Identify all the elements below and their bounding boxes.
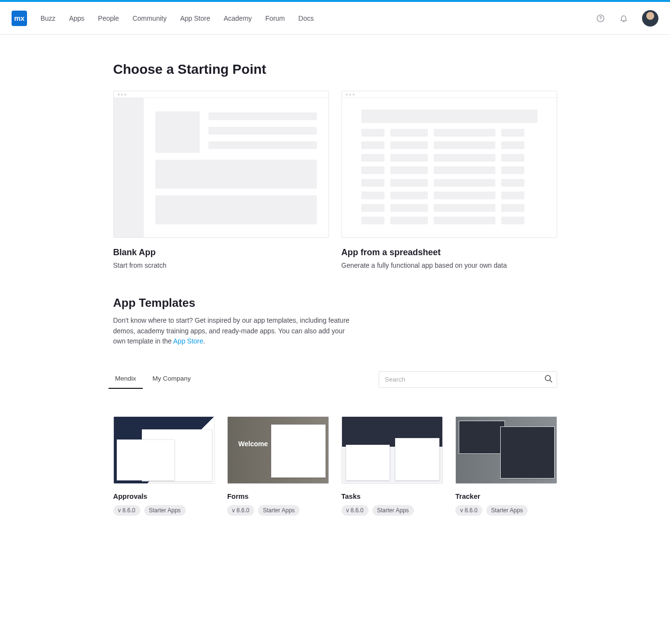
template-category-pill[interactable]: Starter Apps (144, 505, 186, 516)
notifications-icon[interactable] (619, 14, 629, 23)
template-title: Tracker (455, 493, 557, 500)
template-title: Forms (227, 493, 329, 500)
template-tabs: Mendix My Company (113, 370, 193, 389)
template-card-approvals[interactable]: Approvals v 8.6.0 Starter Apps (113, 416, 215, 516)
template-category-pill[interactable]: Starter Apps (486, 505, 528, 516)
template-version-pill[interactable]: v 8.6.0 (113, 505, 140, 516)
nav-academy[interactable]: Academy (224, 14, 252, 22)
app-store-link[interactable]: App Store (173, 337, 203, 345)
nav-community[interactable]: Community (133, 14, 167, 22)
template-version-pill[interactable]: v 8.6.0 (342, 505, 369, 516)
nav-buzz[interactable]: Buzz (41, 14, 55, 22)
main-nav: Buzz Apps People Community App Store Aca… (41, 14, 314, 22)
search-icon[interactable] (544, 374, 553, 385)
template-thumbnail (227, 416, 329, 484)
template-thumbnail (113, 416, 215, 484)
blank-app-preview (113, 91, 329, 238)
templates-section-title: App Templates (113, 296, 557, 310)
nav-forum[interactable]: Forum (265, 14, 285, 22)
nav-people[interactable]: People (98, 14, 119, 22)
spreadsheet-app-title: App from a spreadsheet (342, 247, 557, 258)
nav-apps[interactable]: Apps (69, 14, 84, 22)
svg-point-2 (545, 375, 550, 381)
tab-my-company[interactable]: My Company (150, 370, 193, 389)
nav-app-store[interactable]: App Store (180, 14, 210, 22)
help-icon[interactable] (596, 14, 605, 23)
template-category-pill[interactable]: Starter Apps (258, 505, 300, 516)
templates-desc-pre: Don't know where to start? Get inspired … (113, 316, 350, 345)
search-input[interactable] (379, 371, 557, 388)
template-title: Approvals (113, 493, 215, 500)
template-search (379, 371, 557, 388)
spreadsheet-app-subtitle: Generate a fully functional app based on… (342, 261, 557, 269)
template-category-pill[interactable]: Starter Apps (372, 505, 414, 516)
template-title: Tasks (342, 493, 443, 500)
spreadsheet-app-preview (342, 91, 557, 238)
templates-section-description: Don't know where to start? Get inspired … (113, 315, 355, 347)
mendix-logo[interactable]: mx (12, 11, 27, 26)
tab-mendix[interactable]: Mendix (113, 370, 138, 389)
user-avatar[interactable] (642, 10, 658, 27)
template-thumbnail (342, 416, 443, 484)
templates-desc-post: . (203, 337, 205, 345)
template-card-tasks[interactable]: Tasks v 8.6.0 Starter Apps (342, 416, 443, 516)
template-version-pill[interactable]: v 8.6.0 (227, 505, 254, 516)
blank-app-subtitle: Start from scratch (113, 261, 329, 269)
page-title: Choose a Starting Point (113, 62, 557, 77)
svg-point-1 (600, 19, 601, 20)
template-thumbnail (455, 416, 557, 484)
starting-point-spreadsheet[interactable]: App from a spreadsheet Generate a fully … (342, 91, 557, 269)
blank-app-title: Blank App (113, 247, 329, 258)
svg-line-3 (549, 380, 552, 382)
starting-point-blank[interactable]: Blank App Start from scratch (113, 91, 329, 269)
main-header: mx Buzz Apps People Community App Store … (0, 2, 670, 35)
template-card-forms[interactable]: Forms v 8.6.0 Starter Apps (227, 416, 329, 516)
nav-docs[interactable]: Docs (299, 14, 314, 22)
template-version-pill[interactable]: v 8.6.0 (455, 505, 482, 516)
template-card-tracker[interactable]: Tracker v 8.6.0 Starter Apps (455, 416, 557, 516)
